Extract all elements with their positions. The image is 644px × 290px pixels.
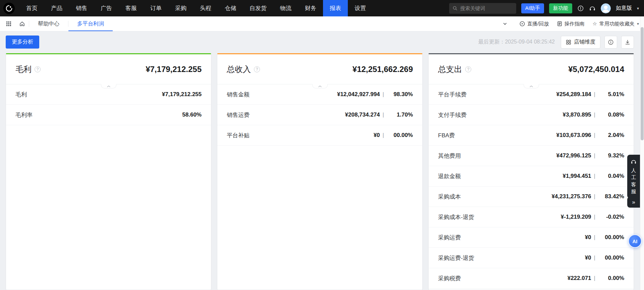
- toolbar-right-group: 最后更新：2025-09-04 08:25:42 店铺维度: [478, 36, 634, 49]
- nav-item-warehouse[interactable]: 仓储: [218, 0, 243, 16]
- store-dimension-button[interactable]: 店铺维度: [561, 36, 600, 49]
- metric-percent: 0.00%: [595, 275, 624, 282]
- metric-row: 采购成本-退货 ¥-1,219.209 | -0.02%: [429, 207, 634, 227]
- last-update-text: 最后更新：2025-09-04 08:25:42: [478, 39, 555, 46]
- collapse-toggle[interactable]: [524, 84, 539, 88]
- toolbar: 更多分析 最后更新：2025-09-04 08:25:42 店铺维度: [0, 31, 644, 49]
- metric-label: 平台补贴: [227, 132, 250, 139]
- metric-row: 退款金额 ¥1,994.451 | 0.04%: [429, 166, 634, 187]
- announcement-icon[interactable]: [577, 5, 584, 12]
- search-input[interactable]: [460, 5, 513, 11]
- nav-item-settings[interactable]: 设置: [348, 0, 373, 16]
- metric-label: 平台手续费: [438, 91, 467, 98]
- live-replay-link[interactable]: 直播/回放: [520, 21, 549, 27]
- nav-item-self-fulfillment[interactable]: 自发货: [243, 0, 273, 16]
- vertical-scrollbar[interactable]: [640, 16, 644, 290]
- card-total-expenses: 总支出 ? ¥5,072,450.014 平台手续费 ¥254,289.184 …: [428, 53, 634, 290]
- edition-label[interactable]: 如意版: [616, 5, 632, 12]
- live-support-tab[interactable]: 人工客服: [627, 155, 640, 198]
- metric-value: ¥7,179,212.255: [162, 91, 202, 98]
- metric-row: 采购运费-退货 ¥0 | 00.00%: [429, 248, 634, 268]
- metric-label: 销售运费: [227, 111, 250, 119]
- metric-label: 其他费用: [438, 152, 461, 160]
- nav-item-finance[interactable]: 财务: [298, 0, 323, 16]
- nav-item-first-leg[interactable]: 头程: [193, 0, 218, 16]
- user-avatar[interactable]: [601, 3, 611, 13]
- help-icon[interactable]: ?: [254, 66, 260, 72]
- card-header: 总支出 ? ¥5,072,450.014: [429, 54, 634, 84]
- metric-label: 支付手续费: [438, 111, 467, 119]
- nav-item-home[interactable]: 首页: [19, 0, 44, 16]
- home-icon[interactable]: [15, 16, 29, 31]
- topnav-right-group: AI助手 新功能 如意版 ▾: [449, 0, 639, 16]
- nav-item-orders[interactable]: 订单: [144, 0, 168, 16]
- nav-item-reports[interactable]: 报表: [323, 0, 348, 16]
- card-gross-profit: 毛利 ? ¥7,179,212.255 毛利 ¥7,179,212.255: [6, 53, 211, 290]
- card-total-value: ¥7,179,212.255: [146, 65, 202, 74]
- main-menu: 首页 产品 销售 广告 客服 订单 采购 头程 仓储 自发货 物流 财务 报表 …: [19, 0, 373, 16]
- metric-percent: -0.02%: [595, 214, 624, 220]
- tab-list-chevron-icon[interactable]: [498, 22, 512, 26]
- ai-assistant-button[interactable]: AI助手: [521, 3, 544, 13]
- chevron-down-icon[interactable]: ▾: [637, 6, 639, 11]
- metric-label: FBA费: [438, 132, 455, 139]
- metric-row: 其他费用 ¥472,996.125 | 9.32%: [429, 146, 634, 166]
- app-logo-icon[interactable]: [3, 3, 15, 14]
- collapse-sidebar-button[interactable]: »: [627, 197, 640, 208]
- nav-item-advertising[interactable]: 广告: [94, 0, 119, 16]
- document-icon: [557, 21, 562, 26]
- metric-label: 采购成本: [438, 193, 461, 201]
- more-analysis-button[interactable]: 更多分析: [6, 35, 39, 49]
- nav-item-sales[interactable]: 销售: [69, 0, 94, 16]
- metric-row: 采购成本 ¥4,231,275.376 | 83.42%: [429, 187, 634, 207]
- metric-label: 采购运费: [438, 234, 461, 241]
- nav-item-logistics[interactable]: 物流: [273, 0, 298, 16]
- tab-help-center[interactable]: 帮助中心: [29, 16, 68, 31]
- metric-percent: 5.01%: [595, 91, 624, 98]
- nav-item-customer-service[interactable]: 客服: [119, 0, 144, 16]
- chevron-down-icon: ▾: [637, 21, 639, 26]
- card-title: 总支出 ?: [438, 64, 471, 75]
- collapse-toggle[interactable]: [312, 84, 328, 88]
- card-total-value: ¥5,072,450.014: [568, 65, 624, 74]
- nav-item-products[interactable]: 产品: [44, 0, 69, 16]
- scrollbar-thumb[interactable]: [641, 27, 644, 140]
- card-total-value: ¥12,251,662.269: [353, 65, 413, 74]
- top-navigation: 首页 产品 销售 广告 客服 订单 采购 头程 仓储 自发货 物流 财务 报表 …: [0, 0, 644, 16]
- card-header: 毛利 ? ¥7,179,212.255: [6, 54, 211, 84]
- metric-label: 毛利: [15, 91, 27, 98]
- metric-percent: 0.08%: [595, 112, 624, 118]
- ai-floating-button[interactable]: AI: [628, 234, 642, 248]
- card-title: 总收入 ?: [227, 64, 260, 75]
- metric-row: 采购税费 ¥222.071 | 0.00%: [429, 268, 634, 289]
- metric-value: ¥4,231,275.376: [551, 193, 591, 200]
- metric-value: ¥254,289.184: [556, 91, 591, 98]
- play-circle-icon: [520, 21, 525, 26]
- tab-multi-platform-profit[interactable]: 多平台利润: [68, 16, 113, 31]
- card-total-revenue: 总收入 ? ¥12,251,662.269 销售金额 ¥12,042,927.9…: [217, 53, 423, 290]
- new-features-button[interactable]: 新功能: [549, 3, 572, 13]
- metric-value: ¥0: [585, 234, 591, 241]
- apps-grid-icon[interactable]: [2, 16, 15, 31]
- collapse-toggle[interactable]: [101, 84, 116, 88]
- tab-bar: 帮助中心 多平台利润 直播/回放 操作指南 ☆ 常用功能收藏夹 ▾: [0, 16, 644, 31]
- favorites-link[interactable]: ☆ 常用功能收藏夹 ▾: [593, 21, 639, 27]
- help-icon[interactable]: ?: [465, 66, 471, 72]
- metric-percent: 83.42%: [595, 193, 624, 200]
- search-box[interactable]: [449, 3, 516, 14]
- nav-item-purchasing[interactable]: 采购: [168, 0, 193, 16]
- headset-icon: [631, 159, 637, 165]
- store-dimension-label: 店铺维度: [574, 39, 595, 46]
- live-support-label: 人工客服: [631, 167, 637, 195]
- help-icon[interactable]: ?: [35, 66, 41, 72]
- metric-label: 销售金额: [227, 91, 250, 98]
- main-content: 更多分析 最后更新：2025-09-04 08:25:42 店铺维度 毛利: [0, 31, 644, 290]
- headset-support-icon[interactable]: [589, 5, 596, 12]
- metric-label: 采购运费-退货: [438, 254, 474, 262]
- download-button[interactable]: [621, 36, 634, 49]
- operation-guide-link[interactable]: 操作指南: [557, 21, 585, 27]
- info-button[interactable]: [604, 36, 617, 49]
- summary-cards: 毛利 ? ¥7,179,212.255 毛利 ¥7,179,212.255: [0, 49, 644, 290]
- metric-value: ¥0: [585, 255, 591, 261]
- metric-percent: 00.00%: [595, 234, 624, 241]
